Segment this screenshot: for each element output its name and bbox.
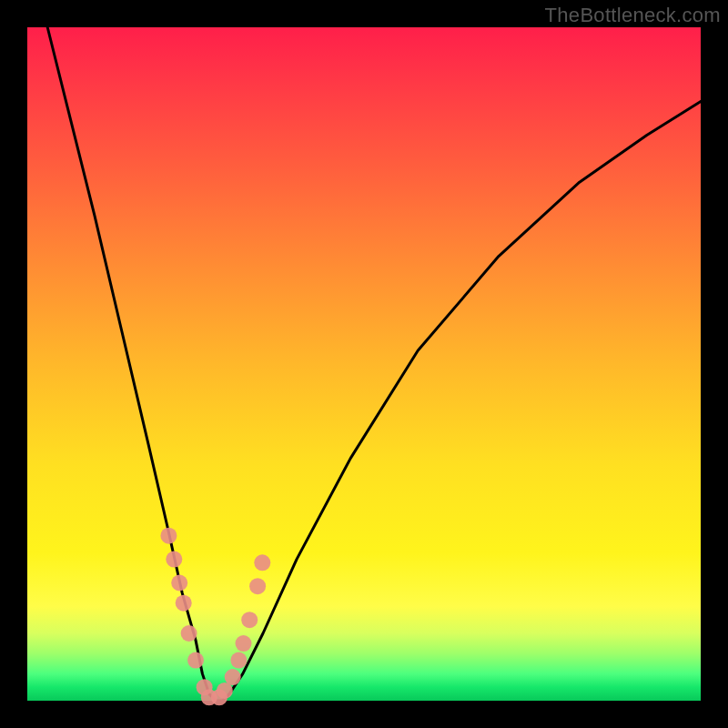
marker-point — [181, 625, 197, 642]
marker-point — [249, 578, 266, 594]
marker-point — [176, 595, 192, 612]
chart-svg — [27, 27, 701, 701]
marker-point — [160, 528, 177, 544]
plot-area — [27, 27, 701, 701]
marker-point — [187, 652, 204, 669]
marker-point — [241, 612, 258, 628]
highlighted-points — [160, 528, 270, 706]
curve-path — [47, 27, 701, 701]
marker-point — [171, 575, 187, 592]
marker-point — [230, 652, 247, 669]
watermark-text: TheBottleneck.com — [545, 4, 721, 27]
marker-point — [254, 554, 270, 571]
chart-frame: TheBottleneck.com — [0, 0, 728, 728]
marker-point — [225, 669, 241, 685]
bottleneck-curve — [47, 27, 701, 701]
marker-point — [166, 551, 182, 568]
marker-point — [236, 635, 252, 652]
